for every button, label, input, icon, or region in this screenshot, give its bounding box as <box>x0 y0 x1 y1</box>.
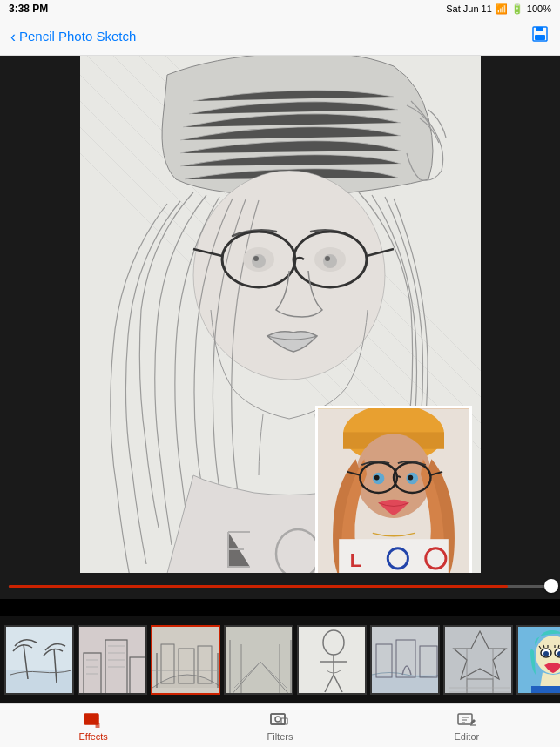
tab-bar: Effects Filters Editor <box>0 703 560 747</box>
back-chevron-icon: ‹ <box>10 29 16 44</box>
filters-icon <box>269 710 290 730</box>
svg-point-95 <box>275 717 280 722</box>
thumb-svg-8 <box>518 627 560 695</box>
svg-rect-41 <box>6 670 74 695</box>
sketch-container: L <box>80 56 481 599</box>
thumbnail-8[interactable] <box>516 625 560 695</box>
thumbnail-4[interactable] <box>224 625 293 695</box>
svg-rect-92 <box>271 714 285 724</box>
battery-percent: 100% <box>527 3 551 14</box>
tab-filters-label: Filters <box>267 731 293 742</box>
svg-rect-2 <box>535 35 545 40</box>
thumbnail-2[interactable] <box>78 625 147 695</box>
thumbnail-1[interactable] <box>4 625 74 695</box>
thumbnail-3[interactable] <box>151 625 220 695</box>
slider-container <box>0 573 560 599</box>
status-right: Sat Jun 11 📶 🔋 100% <box>446 3 551 15</box>
tab-editor[interactable]: Editor <box>374 704 560 747</box>
thumbnails-strip <box>0 616 560 703</box>
tab-filters[interactable]: Filters <box>186 704 373 747</box>
svg-point-18 <box>252 254 266 268</box>
svg-point-81 <box>543 651 549 656</box>
effects-icon <box>83 710 104 730</box>
nav-bar: ‹ Pencil Photo Sketch <box>0 17 560 56</box>
thumb-svg-5 <box>299 627 367 695</box>
svg-point-91 <box>87 716 90 718</box>
save-button[interactable] <box>530 24 550 48</box>
slider-track[interactable] <box>9 585 551 588</box>
svg-point-22 <box>325 256 330 261</box>
status-bar: 3:38 PM Sat Jun 11 📶 🔋 100% <box>0 0 560 17</box>
battery-icon: 🔋 <box>511 3 523 15</box>
svg-point-34 <box>374 475 379 481</box>
save-icon <box>530 24 550 44</box>
svg-rect-44 <box>79 627 147 695</box>
svg-rect-66 <box>299 627 367 695</box>
thumbnail-6[interactable] <box>370 625 440 695</box>
thumb-svg-2 <box>79 627 147 695</box>
slider-thumb[interactable] <box>544 579 558 593</box>
wifi-icon: 📶 <box>496 3 508 15</box>
back-label: Pencil Photo Sketch <box>19 29 136 44</box>
svg-text:L: L <box>349 550 361 571</box>
original-photo-thumbnail: L <box>315 406 472 580</box>
tab-effects-label: Effects <box>78 731 107 742</box>
svg-rect-89 <box>531 686 560 695</box>
status-date: Sat Jun 11 <box>446 3 492 14</box>
thumb-svg-6 <box>372 627 440 695</box>
thumbnail-5[interactable] <box>297 625 367 695</box>
tab-editor-label: Editor <box>454 731 479 742</box>
editor-icon <box>456 710 477 730</box>
back-button[interactable]: ‹ Pencil Photo Sketch <box>10 29 136 44</box>
thumb-svg-1 <box>6 627 74 695</box>
svg-point-35 <box>408 475 413 481</box>
thumb-svg-7 <box>445 627 513 695</box>
original-photo-svg: L <box>318 406 469 580</box>
slider-fill <box>9 585 508 588</box>
svg-rect-1 <box>536 27 543 31</box>
main-canvas: L <box>0 56 560 599</box>
tab-effects[interactable]: Effects <box>0 704 186 747</box>
thumb-svg-3 <box>152 627 220 695</box>
thumbnail-7[interactable] <box>443 625 513 695</box>
svg-point-19 <box>253 256 259 261</box>
svg-rect-94 <box>271 714 285 724</box>
thumb-svg-4 <box>226 627 293 695</box>
svg-point-21 <box>323 254 337 268</box>
status-time: 3:38 PM <box>9 3 48 15</box>
svg-rect-73 <box>445 627 513 695</box>
